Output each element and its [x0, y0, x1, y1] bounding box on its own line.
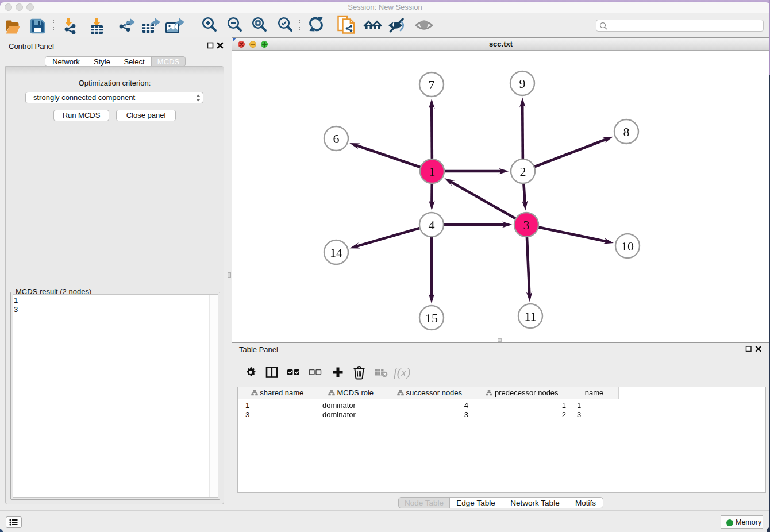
svg-text:6: 6 [333, 132, 340, 146]
svg-text:f(x): f(x) [394, 365, 410, 379]
svg-text:14: 14 [330, 245, 342, 260]
svg-text:11: 11 [524, 309, 536, 323]
svg-text:4: 4 [429, 218, 435, 232]
svg-text:10: 10 [621, 239, 634, 253]
svg-text:2: 2 [520, 164, 526, 179]
svg-text:3: 3 [523, 218, 530, 232]
svg-text:7: 7 [429, 78, 435, 92]
svg-text:1: 1 [429, 164, 436, 179]
svg-text:15: 15 [425, 311, 438, 325]
svg-text:9: 9 [519, 76, 526, 91]
svg-text:8: 8 [623, 125, 630, 139]
